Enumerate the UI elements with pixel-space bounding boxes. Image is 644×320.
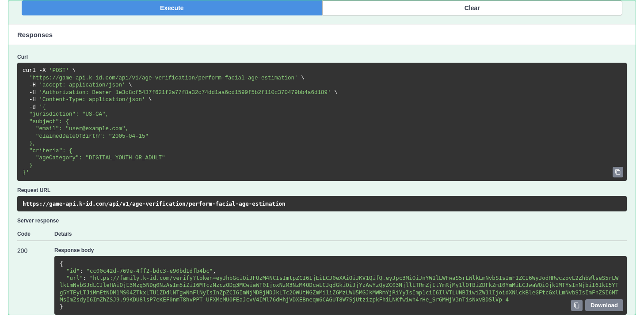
- response-table-header: Code Details: [17, 226, 627, 241]
- json-text: ,: [213, 267, 216, 274]
- response-content: Curl curl -X 'POST' \ 'https://game-api.…: [8, 45, 636, 315]
- curl-text: 'accept: application/json': [39, 82, 126, 88]
- json-value: "https://family.k-id.com/verify?token=ey…: [60, 275, 618, 303]
- curl-text: "email": "user@example.com",: [23, 126, 129, 132]
- responses-heading: Responses: [8, 24, 636, 45]
- curl-text: "criteria": {: [23, 148, 72, 154]
- curl-text: "ageCategory": "DIGITAL_YOUTH_OR_ADULT": [23, 155, 165, 161]
- code-column-header: Code: [17, 231, 54, 237]
- curl-text: }': [23, 169, 29, 176]
- curl-text: "jurisdiction": "US-CA",: [23, 111, 109, 117]
- curl-text: },: [23, 140, 36, 147]
- response-details: Response body { "id": "cc00c42d-769e-4ff…: [54, 247, 627, 315]
- download-button[interactable]: Download: [585, 299, 623, 311]
- json-key: "url": [66, 275, 83, 281]
- curl-text: [23, 75, 29, 81]
- curl-text: -H: [23, 82, 39, 88]
- curl-text: \: [298, 75, 305, 81]
- curl-text: "claimedDateOfBirth": "2005-04-15": [23, 133, 149, 139]
- details-column-header: Details: [54, 231, 627, 237]
- curl-text: -d: [23, 104, 39, 110]
- curl-text: -H: [23, 90, 39, 96]
- curl-text: \: [69, 68, 76, 74]
- json-text: :: [80, 267, 86, 274]
- curl-text: 'Content-Type: application/json': [39, 97, 145, 103]
- response-body-label: Response body: [54, 247, 627, 253]
- copy-response-button[interactable]: [571, 300, 583, 311]
- response-body-block: { "id": "cc00c42d-769e-4ff2-bdc3-e90bd1d…: [54, 256, 627, 315]
- curl-text: 'https://game-api.k-id.com/api/v1/age-ve…: [29, 75, 298, 81]
- curl-text: curl -X: [23, 68, 49, 74]
- operation-block: Execute Clear Responses Curl curl -X 'PO…: [8, 0, 636, 315]
- curl-text: \: [331, 90, 338, 96]
- clipboard-icon: [615, 169, 621, 175]
- request-url-block: https://game-api.k-id.com/api/v1/age-ver…: [17, 196, 627, 211]
- request-url-label: Request URL: [17, 187, 627, 193]
- json-text: :: [83, 275, 90, 281]
- json-text: }: [60, 303, 63, 310]
- curl-text: }: [23, 162, 33, 169]
- curl-text: '{: [39, 104, 46, 110]
- execute-button[interactable]: Execute: [22, 0, 322, 15]
- response-row: 200 Response body { "id": "cc00c42d-769e…: [17, 241, 627, 315]
- curl-text: "subject": {: [23, 119, 69, 125]
- clear-button[interactable]: Clear: [322, 0, 623, 15]
- curl-label: Curl: [17, 54, 627, 60]
- json-key: "id": [66, 267, 80, 274]
- download-controls: Download: [571, 299, 623, 311]
- curl-text: \: [145, 97, 152, 103]
- curl-text: -H: [23, 97, 39, 103]
- curl-code-block: curl -X 'POST' \ 'https://game-api.k-id.…: [17, 63, 627, 181]
- json-text: {: [60, 260, 63, 267]
- action-buttons: Execute Clear: [8, 0, 636, 24]
- json-value: "cc00c42d-769e-4ff2-bdc3-e90bd1dfb4bc": [86, 267, 213, 274]
- server-response-label: Server response: [17, 218, 627, 224]
- clipboard-icon: [574, 302, 580, 309]
- copy-curl-button[interactable]: [613, 167, 623, 177]
- curl-text: 'POST': [49, 68, 69, 74]
- curl-text: \: [126, 82, 132, 88]
- curl-text: 'Authorization: Bearer 1e3c8cf5437f621f2…: [39, 90, 331, 96]
- response-code: 200: [17, 247, 54, 315]
